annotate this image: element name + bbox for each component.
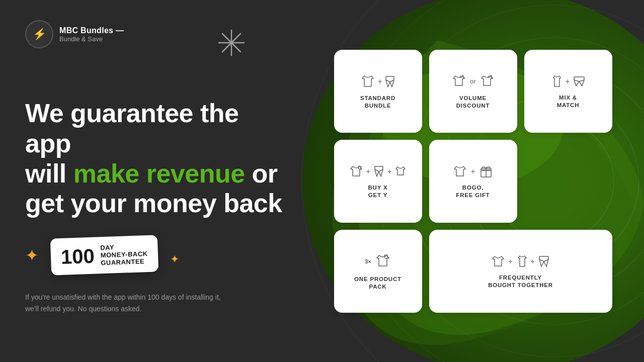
shirt-bogo-icon	[453, 165, 467, 178]
gift-icon	[479, 165, 493, 178]
plus-op2: +	[566, 77, 570, 85]
logo-subtitle: Bundle & Save	[59, 35, 124, 43]
headline-line3: get your money back	[25, 189, 282, 218]
card-icon-volume: or	[452, 74, 494, 88]
card-label-bogo: BOGO, FREE GIFT	[456, 184, 490, 199]
card-label-standard: STANDARD BUNDLE	[360, 95, 395, 110]
card-frequently-bought: + + FREQUENTLY BOUGHT TOGETHER	[429, 230, 612, 313]
card-volume-discount: or VOLUME DISCOUNT	[429, 50, 517, 133]
footer-text: If you're unsatisfied with the app withi…	[25, 292, 257, 314]
plus-op6: +	[508, 257, 512, 265]
left-panel: ⚡ MBC Bundles — Bundle & Save We guarant…	[0, 0, 312, 362]
star-icon-large: ✦	[25, 246, 39, 265]
card-icon-standard: +	[360, 74, 395, 88]
card-label-oneproduct: ONE PRODUCT PACK	[354, 276, 401, 291]
plus-op3: +	[366, 167, 370, 175]
svg-point-17	[491, 75, 492, 77]
card-buy-x-get-y: + + BUY X GET Y	[334, 140, 422, 223]
asterisk-decoration	[216, 28, 247, 62]
card-mix-match: + MIX & MATCH	[524, 50, 612, 133]
card-icon-buyxgety: + +	[350, 165, 406, 178]
headline-highlight: make revenue	[73, 159, 245, 188]
plus-op5: +	[471, 167, 475, 175]
plus-op: +	[378, 77, 382, 85]
shirt-product-icon	[375, 253, 391, 269]
shorts-icon	[573, 76, 585, 87]
badge-line2: GUARANTEE	[101, 257, 148, 266]
pants-freq-icon	[538, 255, 549, 267]
tank-icon	[551, 75, 562, 88]
card-standard-bundle: + STANDARD BUNDLE	[334, 50, 422, 133]
logo-text: MBC Bundles — Bundle & Save	[59, 26, 124, 43]
pants-icon	[384, 75, 395, 88]
card-bogo: + BOGO, FREE GIFT	[429, 140, 517, 223]
headline-line1: We guarantee the app	[25, 99, 238, 158]
cards-grid: + STANDARD BUNDLE or	[334, 50, 612, 313]
card-one-product-pack: 3× ONE PRODUCT PACK	[334, 230, 422, 313]
badge-number: 100	[60, 245, 95, 266]
shirt-icon	[360, 74, 375, 88]
logo-icon: ⚡	[25, 20, 53, 48]
shirt-small-icon	[395, 166, 406, 177]
plus-op4: +	[387, 167, 391, 175]
card-label-mix: MIX & MATCH	[557, 94, 580, 109]
tank-freq-icon	[516, 255, 527, 268]
badge-area: ✦ 100 DAY MONEY-BACK GUARANTEE ✦	[25, 237, 287, 274]
logo-area: ⚡ MBC Bundles — Bundle & Save	[25, 20, 287, 48]
star-icon-small: ✦	[170, 253, 179, 266]
card-label-buyxgety: BUY X GET Y	[368, 184, 388, 199]
right-panel: + STANDARD BUNDLE or	[312, 0, 644, 362]
money-back-badge: 100 DAY MONEY-BACK GUARANTEE	[50, 235, 158, 276]
headline-line2-suffix: or	[245, 159, 278, 188]
card-icon-oneproduct: 3×	[365, 253, 391, 269]
card-label-volume: VOLUME DISCOUNT	[456, 95, 490, 110]
card-icon-frequently: + +	[492, 255, 549, 268]
headline-line2-prefix: will	[25, 159, 73, 188]
bolt-icon: ⚡	[33, 28, 46, 41]
svg-point-14	[462, 75, 464, 77]
headline: We guarantee the app will make revenue o…	[25, 99, 287, 219]
shirt-freq-icon	[492, 255, 505, 268]
pants-icon2	[374, 165, 384, 177]
card-icon-mix: +	[551, 75, 585, 88]
shirt-icon-2	[480, 74, 494, 88]
badge-label: DAY MONEY-BACK GUARANTEE	[100, 242, 148, 266]
card-icon-bogo: +	[453, 165, 493, 178]
card-label-frequently: FREQUENTLY BOUGHT TOGETHER	[488, 274, 553, 289]
plus-op7: +	[531, 257, 535, 265]
shirt-flower-icon	[452, 74, 466, 88]
logo-title: MBC Bundles —	[59, 26, 124, 35]
threex-label: 3×	[365, 258, 371, 264]
shirt-tag-icon	[350, 165, 363, 178]
or-op: or	[470, 78, 476, 85]
